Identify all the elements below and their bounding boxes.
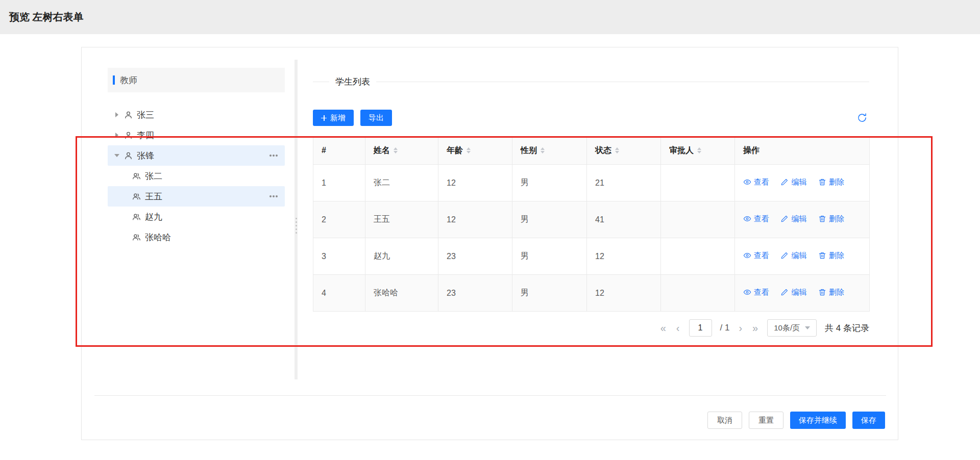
cell-approver: [661, 275, 735, 312]
tree-item-label: 张哈哈: [145, 232, 285, 243]
tree-root-header[interactable]: 教师: [108, 68, 285, 92]
pencil-icon: [780, 178, 789, 186]
plus-icon: [321, 115, 327, 121]
tree-item-zhaojiu[interactable]: 赵九: [108, 207, 285, 227]
next-page-button[interactable]: ›: [738, 323, 743, 333]
column-header-approver[interactable]: 审批人: [661, 137, 735, 165]
tree-item-label: 张三: [137, 109, 285, 121]
edit-link[interactable]: 编辑: [780, 214, 806, 224]
view-link[interactable]: 查看: [743, 214, 769, 224]
current-page-input[interactable]: 1: [689, 319, 712, 337]
expand-caret-icon[interactable]: [113, 133, 121, 138]
section-divider: 学生列表: [313, 76, 869, 87]
column-label: #: [322, 146, 326, 155]
cancel-button[interactable]: 取消: [707, 412, 742, 429]
first-page-button[interactable]: «: [659, 323, 667, 333]
prev-page-button[interactable]: ‹: [675, 323, 681, 333]
edit-link[interactable]: 编辑: [780, 288, 806, 297]
table-row: 4 张哈哈 23 男 12 查看 编辑 删除: [313, 275, 870, 312]
trash-icon: [818, 251, 826, 260]
group-icon: [132, 233, 141, 242]
column-header-name[interactable]: 姓名: [365, 137, 438, 165]
cell-actions: 查看 编辑 删除: [735, 201, 870, 238]
tree-item-lisi[interactable]: 李四: [108, 125, 285, 145]
top-header: 预览 左树右表单: [0, 0, 980, 34]
edit-link[interactable]: 编辑: [780, 251, 806, 261]
column-header-gender[interactable]: 性别: [512, 137, 587, 165]
export-button[interactable]: 导出: [360, 110, 392, 126]
trash-icon: [818, 215, 826, 223]
cell-name: 张二: [365, 165, 438, 201]
footer-divider: [94, 395, 886, 396]
pencil-icon: [780, 215, 789, 223]
tree-item-zhangfeng[interactable]: 张锋: [108, 145, 285, 166]
last-page-button[interactable]: »: [751, 323, 759, 333]
tree-root-label: 教师: [120, 74, 137, 86]
view-link[interactable]: 查看: [743, 288, 769, 297]
expand-caret-icon[interactable]: [113, 112, 121, 117]
tree-item-label: 赵九: [145, 211, 285, 223]
tree-item-label: 张二: [145, 170, 285, 182]
column-label: 状态: [595, 145, 611, 156]
splitter-grip-icon[interactable]: [296, 218, 297, 234]
refresh-icon[interactable]: [857, 113, 867, 123]
edit-label: 编辑: [791, 251, 806, 261]
cell-index: 3: [313, 238, 365, 275]
trash-icon: [818, 288, 826, 296]
view-label: 查看: [754, 251, 769, 261]
edit-link[interactable]: 编辑: [780, 177, 806, 187]
column-header-status[interactable]: 状态: [587, 137, 661, 165]
table-row: 2 王五 12 男 41 查看 编辑 删除: [313, 201, 870, 238]
tree-list: 张三 李四 张锋 张二 王五: [108, 105, 285, 247]
more-actions-icon[interactable]: [273, 155, 275, 157]
delete-label: 删除: [829, 214, 844, 224]
cell-age: 12: [438, 201, 512, 238]
save-and-continue-button[interactable]: 保存并继续: [790, 412, 846, 429]
sort-icon[interactable]: [615, 147, 619, 154]
edit-label: 编辑: [791, 288, 806, 297]
view-link[interactable]: 查看: [743, 251, 769, 261]
tree-item-zhanghaha[interactable]: 张哈哈: [108, 227, 285, 247]
column-header-age[interactable]: 年龄: [438, 137, 512, 165]
page-size-select[interactable]: 10条/页: [767, 319, 817, 337]
column-label: 审批人: [669, 145, 694, 156]
page-size-value: 10条/页: [774, 323, 800, 333]
trash-icon: [818, 178, 826, 186]
person-icon: [124, 151, 133, 160]
cell-index: 2: [313, 201, 365, 238]
collapse-caret-icon[interactable]: [113, 154, 121, 157]
sort-icon[interactable]: [541, 147, 545, 154]
group-icon: [132, 213, 141, 221]
add-button-label: 新增: [330, 113, 346, 123]
sort-icon[interactable]: [394, 147, 398, 154]
panel-splitter[interactable]: [295, 60, 298, 379]
view-label: 查看: [754, 214, 769, 224]
group-icon: [132, 172, 141, 181]
column-label: 操作: [743, 145, 760, 156]
cell-actions: 查看 编辑 删除: [735, 165, 870, 201]
table-row: 1 张二 12 男 21 查看 编辑 删除: [313, 165, 870, 201]
view-link[interactable]: 查看: [743, 177, 769, 187]
view-label: 查看: [754, 177, 769, 187]
delete-link[interactable]: 删除: [818, 288, 844, 297]
total-pages-label: / 1: [720, 323, 730, 333]
tree-item-label: 张锋: [137, 150, 273, 162]
delete-label: 删除: [829, 288, 844, 297]
eye-icon: [743, 288, 751, 296]
delete-link[interactable]: 删除: [818, 251, 844, 261]
delete-link[interactable]: 删除: [818, 177, 844, 187]
add-button[interactable]: 新增: [313, 110, 354, 126]
cell-actions: 查看 编辑 删除: [735, 238, 870, 275]
tree-item-wangwu[interactable]: 王五: [108, 186, 285, 207]
column-label: 年龄: [447, 145, 463, 156]
save-button[interactable]: 保存: [852, 412, 885, 429]
sort-icon[interactable]: [467, 147, 471, 154]
active-indicator: [113, 75, 115, 85]
delete-link[interactable]: 删除: [818, 214, 844, 224]
tree-item-zhangsan[interactable]: 张三: [108, 105, 285, 125]
tree-item-zhanger[interactable]: 张二: [108, 166, 285, 186]
reset-button[interactable]: 重置: [749, 412, 783, 429]
sort-icon[interactable]: [697, 147, 701, 154]
more-actions-icon[interactable]: [273, 195, 275, 197]
table-row: 3 赵九 23 男 12 查看 编辑 删除: [313, 238, 870, 275]
